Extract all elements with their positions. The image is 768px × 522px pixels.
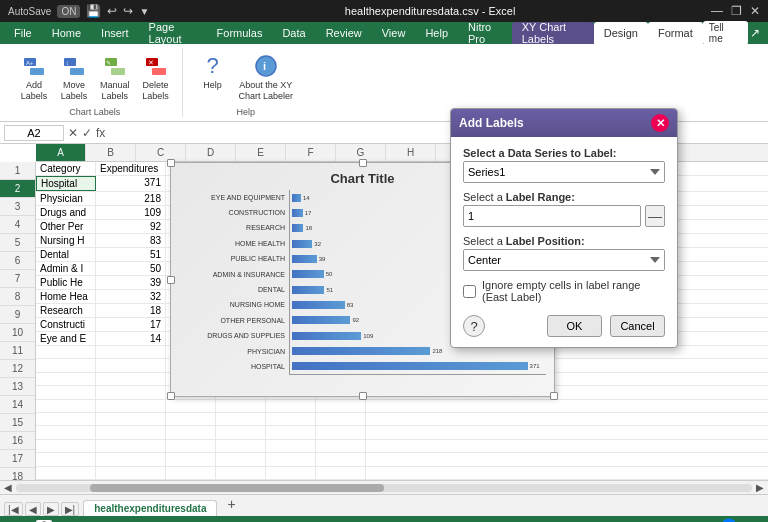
- row-header-2[interactable]: 2: [0, 180, 35, 198]
- dialog-cancel-button[interactable]: Cancel: [610, 315, 665, 337]
- col-header-d[interactable]: D: [186, 144, 236, 161]
- scroll-left-btn[interactable]: ◀: [4, 482, 12, 493]
- delete-labels-button[interactable]: ✕ DeleteLabels: [138, 50, 174, 104]
- col-header-f[interactable]: F: [286, 144, 336, 161]
- resize-handle-tl[interactable]: [167, 159, 175, 167]
- cell-a5[interactable]: Other Per: [36, 220, 96, 233]
- row-header-11[interactable]: 11: [0, 342, 35, 360]
- resize-handle-bm[interactable]: [359, 392, 367, 400]
- quick-access-more[interactable]: ▼: [139, 6, 149, 17]
- cell-b3[interactable]: 218: [96, 192, 166, 205]
- col-header-h[interactable]: H: [386, 144, 436, 161]
- save-icon[interactable]: 💾: [86, 4, 101, 18]
- share-icon[interactable]: ↗: [750, 26, 760, 40]
- cell-a8[interactable]: Admin & I: [36, 262, 96, 275]
- resize-handle-tm[interactable]: [359, 159, 367, 167]
- row-header-15[interactable]: 15: [0, 414, 35, 432]
- sheet-tab-health[interactable]: healthexpendituresdata: [83, 500, 217, 516]
- tab-format[interactable]: Format: [648, 22, 703, 44]
- col-header-b[interactable]: B: [86, 144, 136, 161]
- col-header-a[interactable]: A: [36, 144, 86, 161]
- resize-handle-br[interactable]: [550, 392, 558, 400]
- cell-b8[interactable]: 50: [96, 262, 166, 275]
- tab-help[interactable]: Help: [415, 22, 458, 44]
- tab-formulas[interactable]: Formulas: [207, 22, 273, 44]
- row-header-16[interactable]: 16: [0, 432, 35, 450]
- row-header-12[interactable]: 12: [0, 360, 35, 378]
- cell-a1[interactable]: Category: [36, 162, 96, 175]
- cell-b6[interactable]: 83: [96, 234, 166, 247]
- tab-xy-chart-labels[interactable]: XY Chart Labels: [512, 22, 594, 44]
- dialog-close-button[interactable]: ✕: [651, 114, 669, 132]
- tab-design[interactable]: Design: [594, 22, 648, 44]
- resize-handle-bl[interactable]: [167, 392, 175, 400]
- move-labels-button[interactable]: ↕ MoveLabels: [56, 50, 92, 104]
- cell-a13[interactable]: Eye and E: [36, 332, 96, 345]
- cell-a3[interactable]: Physician: [36, 192, 96, 205]
- restore-button[interactable]: ❐: [731, 4, 742, 18]
- cell-b4[interactable]: 109: [96, 206, 166, 219]
- sheet-nav-first[interactable]: |◀: [4, 502, 23, 516]
- manual-labels-button[interactable]: ✎ ManualLabels: [96, 50, 134, 104]
- cell-a11[interactable]: Research: [36, 304, 96, 317]
- insert-function-icon[interactable]: fx: [96, 126, 105, 140]
- sheet-nav-last[interactable]: ▶|: [61, 502, 80, 516]
- tab-review[interactable]: Review: [316, 22, 372, 44]
- cell-a6[interactable]: Nursing H: [36, 234, 96, 247]
- tab-nitro-pro[interactable]: Nitro Pro: [458, 22, 512, 44]
- dialog-help-button[interactable]: ?: [463, 315, 485, 337]
- redo-icon[interactable]: ↪: [123, 4, 133, 18]
- col-header-c[interactable]: C: [136, 144, 186, 161]
- row-header-10[interactable]: 10: [0, 324, 35, 342]
- add-labels-button[interactable]: A+ AddLabels: [16, 50, 52, 104]
- cell-b11[interactable]: 18: [96, 304, 166, 317]
- row-header-5[interactable]: 5: [0, 234, 35, 252]
- cell-b10[interactable]: 32: [96, 290, 166, 303]
- sheet-nav-prev[interactable]: ◀: [25, 502, 41, 516]
- cell-a2[interactable]: Hospital: [36, 176, 96, 191]
- row-header-3[interactable]: 3: [0, 198, 35, 216]
- zoom-slider[interactable]: [700, 518, 760, 522]
- tab-file[interactable]: File: [4, 22, 42, 44]
- cell-a10[interactable]: Home Hea: [36, 290, 96, 303]
- row-header-9[interactable]: 9: [0, 306, 35, 324]
- undo-icon[interactable]: ↩: [107, 4, 117, 18]
- cell-a12[interactable]: Constructi: [36, 318, 96, 331]
- minimize-button[interactable]: —: [711, 4, 723, 18]
- cell-b9[interactable]: 39: [96, 276, 166, 289]
- search-ribbon-input[interactable]: Tell me: [703, 21, 748, 45]
- row-header-1[interactable]: 1: [0, 162, 35, 180]
- horizontal-scrollbar[interactable]: [16, 484, 752, 492]
- dialog-ok-button[interactable]: OK: [547, 315, 602, 337]
- tab-view[interactable]: View: [372, 22, 416, 44]
- cell-a7[interactable]: Dental: [36, 248, 96, 261]
- tab-data[interactable]: Data: [272, 22, 315, 44]
- row-header-4[interactable]: 4: [0, 216, 35, 234]
- about-xy-button[interactable]: i About the XYChart Labeler: [235, 50, 298, 104]
- data-series-select[interactable]: Series1: [463, 161, 665, 183]
- tab-home[interactable]: Home: [42, 22, 91, 44]
- row-header-8[interactable]: 8: [0, 288, 35, 306]
- cell-b2[interactable]: 371: [96, 176, 166, 191]
- ignore-empty-checkbox[interactable]: [463, 285, 476, 298]
- label-range-input[interactable]: [463, 205, 641, 227]
- label-position-select[interactable]: Center Left Right Above Below: [463, 249, 665, 271]
- row-header-14[interactable]: 14: [0, 396, 35, 414]
- cell-a9[interactable]: Public He: [36, 276, 96, 289]
- row-header-7[interactable]: 7: [0, 270, 35, 288]
- tab-insert[interactable]: Insert: [91, 22, 139, 44]
- close-button[interactable]: ✕: [750, 4, 760, 18]
- label-range-collapse-button[interactable]: —: [645, 205, 665, 227]
- confirm-formula-icon[interactable]: ✓: [82, 126, 92, 140]
- cell-b1[interactable]: Expenditures: [96, 162, 166, 175]
- help-button[interactable]: ? Help: [195, 50, 231, 93]
- resize-handle-ml[interactable]: [167, 276, 175, 284]
- cell-a4[interactable]: Drugs and: [36, 206, 96, 219]
- cell-b5[interactable]: 92: [96, 220, 166, 233]
- name-box[interactable]: [4, 125, 64, 141]
- col-header-e[interactable]: E: [236, 144, 286, 161]
- cell-b12[interactable]: 17: [96, 318, 166, 331]
- row-header-13[interactable]: 13: [0, 378, 35, 396]
- sheet-add-button[interactable]: +: [219, 494, 243, 514]
- row-header-6[interactable]: 6: [0, 252, 35, 270]
